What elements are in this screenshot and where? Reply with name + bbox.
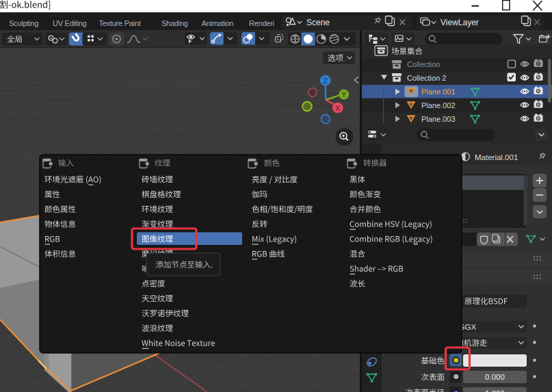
svg-text:0.000: 0.000 (485, 373, 505, 381)
svg-text:Plane.002: Plane.002 (421, 101, 456, 109)
svg-text:Z: Z (323, 77, 328, 85)
svg-text:Scene: Scene (306, 18, 330, 27)
svg-text:Shading: Shading (161, 19, 188, 27)
svg-text:Collection: Collection (407, 60, 440, 68)
svg-text:Sculpting: Sculpting (9, 19, 38, 27)
svg-text:X: X (335, 104, 340, 112)
svg-text:ViewLayer: ViewLayer (441, 18, 479, 27)
svg-text:UV Editing: UV Editing (53, 19, 87, 27)
svg-text:Renderi: Renderi (249, 19, 274, 27)
svg-text:Collection 2: Collection 2 (407, 74, 446, 82)
svg-text:Material.001: Material.001 (475, 153, 518, 161)
svg-text:1.000: 1.000 (485, 389, 505, 392)
svg-text:Plane.001: Plane.001 (421, 88, 456, 96)
svg-text:Animation: Animation (202, 19, 234, 27)
svg-text:Y: Y (341, 90, 346, 99)
svg-text:Texture Paint: Texture Paint (99, 19, 141, 27)
svg-text:Plane.003: Plane.003 (421, 115, 456, 123)
